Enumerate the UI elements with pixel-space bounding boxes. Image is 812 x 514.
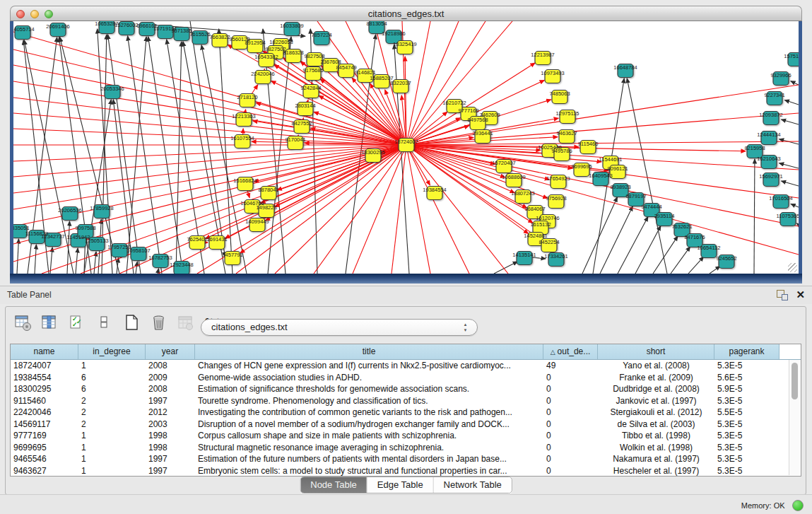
column-header-year[interactable]: year bbox=[146, 344, 195, 359]
node-table: namein_degreeyeartitle△out_de...shortpag… bbox=[10, 344, 801, 477]
graph-node-label: 12342737 bbox=[41, 233, 64, 240]
close-panel-icon[interactable]: ✕ bbox=[796, 288, 805, 301]
table-row[interactable]: 1830029562008Estimation of significance … bbox=[11, 383, 801, 395]
graph-node-label: 9671385 bbox=[171, 28, 192, 34]
graph-node-label: 8878041 bbox=[258, 187, 278, 193]
graph-edge bbox=[406, 145, 430, 274]
table-cell: 1997 bbox=[146, 465, 195, 477]
tab-node-table[interactable]: Node Table bbox=[300, 477, 367, 493]
graph-edge bbox=[784, 100, 799, 105]
stacked-rows-icon[interactable] bbox=[94, 311, 115, 335]
table-cell: Franke et al. (2009) bbox=[598, 372, 714, 384]
table-cell: 6 bbox=[78, 372, 146, 384]
graph-edge bbox=[35, 245, 36, 274]
graph-node-label: 9463627 bbox=[556, 130, 577, 136]
column-header-name[interactable]: name bbox=[11, 344, 78, 359]
graph-node-label: 8454749 bbox=[336, 64, 356, 71]
column-header-short[interactable]: short bbox=[598, 344, 714, 359]
float-panel-icon[interactable] bbox=[777, 290, 788, 300]
memory-ok-icon bbox=[792, 500, 804, 511]
graph-node-label: 9170041 bbox=[285, 136, 305, 143]
table-cell: Changes of HCN gene expression and I(f) … bbox=[195, 360, 543, 372]
graph-edge bbox=[13, 145, 406, 244]
graph-edge bbox=[791, 204, 799, 207]
svg-text:✓: ✓ bbox=[76, 318, 82, 325]
graph-node-label: 18226058 bbox=[269, 39, 293, 45]
window-frame: 1405571420691406106532871527600269661611… bbox=[10, 21, 802, 284]
table-cell: 22420046 bbox=[11, 407, 78, 419]
table-cell: Genome-wide association studies in ADHD. bbox=[195, 372, 543, 384]
memory-status[interactable]: Memory: OK bbox=[741, 498, 804, 510]
table-cell: 5.3E-5 bbox=[714, 395, 779, 407]
table-cell: 1998 bbox=[146, 442, 195, 454]
tab-edge-table[interactable]: Edge Table bbox=[367, 477, 434, 493]
table-type-tabs: Node TableEdge TableNetwork Table bbox=[300, 477, 512, 493]
table-cell: 49 bbox=[543, 360, 598, 372]
table-row[interactable]: 2242004622012Investigating the contribut… bbox=[11, 407, 801, 419]
table-cell: 9465546 bbox=[11, 453, 78, 465]
tab-network-table[interactable]: Network Table bbox=[434, 477, 512, 493]
graph-edge bbox=[710, 266, 720, 274]
table-scrollbar-thumb[interactable] bbox=[792, 363, 798, 399]
graph-node-label: 13325419 bbox=[393, 41, 416, 47]
column-header-pagerank[interactable]: pagerank bbox=[714, 344, 779, 359]
table-row[interactable]: 911546021997Tourette syndrome. Phenomeno… bbox=[11, 395, 801, 407]
graph-node-label: 9495786 bbox=[551, 148, 572, 154]
table-cell: 9777169 bbox=[11, 430, 78, 442]
table-select-combo[interactable]: citations_edges.txt ▲▼ bbox=[201, 319, 478, 336]
table-row[interactable]: 946362711997Embryonic stem cells: a mode… bbox=[11, 465, 801, 477]
network-view-canvas[interactable]: 1405571420691406106532871527600269661611… bbox=[13, 21, 799, 274]
graph-node-label: 17016504 bbox=[769, 195, 792, 201]
table-cell: 14569117 bbox=[11, 419, 78, 431]
graph-node-label: 7663822 bbox=[209, 34, 230, 40]
table-row[interactable]: 977716911998Corpus callosum shape and si… bbox=[11, 430, 801, 442]
table-toolbar: ✓✓✓ f(x) bbox=[13, 311, 224, 337]
table-row[interactable]: 1938455462009Genome-wide association stu… bbox=[11, 372, 801, 384]
table-row[interactable]: 1872400712008Changes of HCN gene express… bbox=[11, 360, 801, 372]
table-row[interactable]: 969969511998Structural magnetic resonanc… bbox=[11, 442, 801, 454]
trash-icon[interactable] bbox=[148, 311, 170, 335]
window-titlebar[interactable]: citations_edges.txt bbox=[10, 6, 802, 21]
graph-edge bbox=[17, 239, 18, 274]
graph-node-label: 16120746 bbox=[536, 215, 559, 221]
graph-node-label: 9684067 bbox=[524, 206, 545, 212]
table-cell: Structural magnetic resonance image aver… bbox=[195, 442, 543, 454]
table-body: 1872400712008Changes of HCN gene express… bbox=[11, 360, 801, 477]
new-file-icon[interactable] bbox=[122, 311, 143, 335]
graph-node-label: 15166824 bbox=[233, 177, 257, 184]
column-header-title[interactable]: title bbox=[195, 344, 543, 359]
table-row[interactable]: 1456911722003Disruption of a novel membe… bbox=[11, 419, 801, 431]
delete-table-icon[interactable] bbox=[176, 311, 197, 335]
column-header-out_de[interactable]: △out_de... bbox=[543, 344, 598, 359]
table-cell: 2 bbox=[78, 407, 146, 419]
table-cell: Jankovic et al. (1997) bbox=[598, 395, 714, 407]
table-cell: 2008 bbox=[146, 360, 195, 372]
resize-grip[interactable] bbox=[788, 263, 797, 272]
table-panel-title: Table Panel bbox=[7, 286, 52, 304]
table-cell: Disruption of a novel member of a sodium… bbox=[195, 419, 543, 431]
graph-edge bbox=[406, 21, 459, 145]
graph-node-label: 9457791 bbox=[222, 252, 242, 258]
table-select-value: citations_edges.txt bbox=[211, 320, 288, 335]
graph-node-label: 6497568 bbox=[467, 117, 488, 123]
graph-node-label: 7615526 bbox=[189, 31, 210, 37]
citation-graph: 1405571420691406106532871527600269661611… bbox=[13, 21, 799, 274]
show-column-icon[interactable] bbox=[40, 311, 61, 335]
graph-node-label: 16409543 bbox=[589, 173, 612, 179]
table-mode-icon[interactable] bbox=[13, 311, 34, 335]
table-cell: Embryonic stem cells: a model to study s… bbox=[195, 465, 543, 477]
column-checks-icon[interactable]: ✓✓✓ bbox=[67, 311, 88, 335]
table-cell: 2008 bbox=[146, 383, 195, 395]
graph-node-label: 9329966 bbox=[770, 72, 791, 78]
graph-node-label: 20206536 bbox=[58, 207, 81, 214]
table-scrollbar[interactable] bbox=[789, 360, 800, 475]
column-header-in_degree[interactable]: in_degree bbox=[78, 344, 146, 359]
graph-node-label: 2935114 bbox=[654, 213, 675, 219]
table-cell: Estimation of the future numbers of pati… bbox=[195, 453, 543, 465]
table-row[interactable]: 946554611997Estimation of the future num… bbox=[11, 453, 801, 465]
graph-edge bbox=[107, 35, 141, 274]
graph-node-label: 10958107 bbox=[126, 247, 150, 254]
graph-node-label: 14055714 bbox=[13, 26, 35, 33]
table-cell: Stergiakouli et al. (2012) bbox=[598, 407, 714, 419]
graph-edge bbox=[600, 206, 632, 274]
